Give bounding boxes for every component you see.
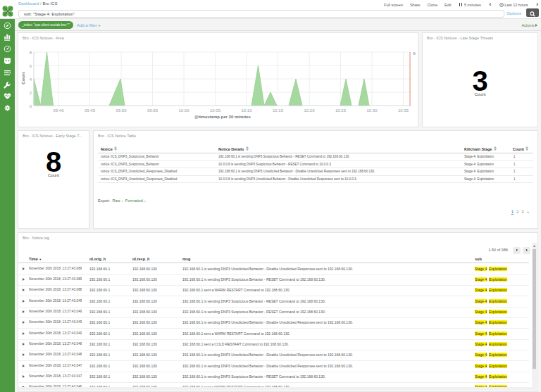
svg-text:09:50: 09:50: [116, 108, 127, 113]
svg-text:10:00: 10:00: [178, 108, 189, 113]
svg-text:8: 8: [30, 51, 32, 55]
svg-text:09:55: 09:55: [147, 108, 158, 113]
svg-text:6: 6: [30, 64, 32, 68]
svg-text:4: 4: [30, 77, 32, 82]
svg-text:09:40: 09:40: [53, 108, 64, 113]
svg-text:10:10: 10:10: [241, 108, 252, 113]
svg-text:10:05: 10:05: [210, 108, 221, 113]
svg-text:10:15: 10:15: [273, 108, 284, 113]
svg-text:09:45: 09:45: [85, 108, 96, 113]
svg-text:0: 0: [30, 104, 32, 108]
svg-text:Count: Count: [21, 72, 25, 84]
svg-text:2: 2: [30, 91, 32, 95]
svg-text:10:35: 10:35: [398, 108, 409, 113]
svg-text:10:30: 10:30: [366, 108, 378, 113]
svg-text:10:20: 10:20: [304, 108, 315, 113]
svg-text:10:25: 10:25: [335, 108, 347, 113]
svg-text:@timestamp per 30 minutes: @timestamp per 30 minutes: [194, 115, 251, 119]
